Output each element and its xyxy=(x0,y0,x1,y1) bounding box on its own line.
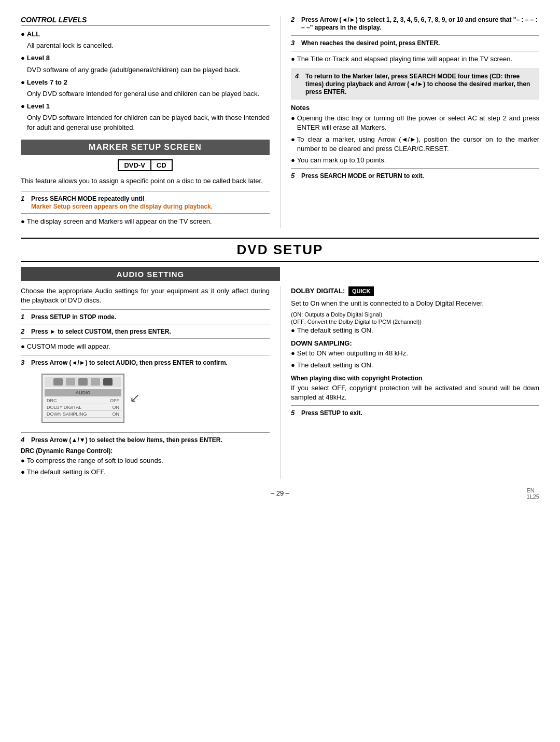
screen-row3: DOWN SAMPLING ON xyxy=(45,411,121,418)
copyright-section: When playing disc with copyright Protect… xyxy=(291,374,539,402)
audio-step4: 4 Press Arrow (▲/▼) to select the below … xyxy=(21,436,270,444)
divider9 xyxy=(21,355,270,355)
level1-label: Level 1 xyxy=(27,102,50,111)
levels7-text: Only DVD software intended for general u… xyxy=(21,89,270,99)
dvd-v-badge: DVD-V xyxy=(118,159,151,171)
audio-step2-bold: Press ► to select CUSTOM, then press ENT… xyxy=(31,328,171,335)
copyright-title: When playing disc with copyright Protect… xyxy=(291,375,422,382)
step3-content: When reaches the desired point, press EN… xyxy=(301,39,539,47)
audio-step3: 3 Press Arrow (◄/►) to select AUDIO, the… xyxy=(21,359,270,366)
top-section: CONTROL LEVELS ● ALL All parental lock i… xyxy=(21,16,539,228)
audio-step5-num: 5 xyxy=(291,409,298,417)
custom-bullet-text: CUSTOM mode will appear. xyxy=(27,342,270,351)
audio-step5-content: Press SETUP to exit. xyxy=(301,409,539,417)
icon1 xyxy=(53,378,63,386)
marker-setup-heading: MARKER SETUP SCREEN xyxy=(21,140,270,155)
control-levels-title: CONTROL LEVELS xyxy=(21,16,270,25)
copyright-text: If you select OFF, copyright protection … xyxy=(291,383,539,402)
screen-row2-label: DOLBY DIGITAL xyxy=(47,405,81,410)
step1-bold: Press SEARCH MODE repeatedly until xyxy=(31,195,144,202)
dolby-item2: (OFF: Convert the Dolby Digital to PCM (… xyxy=(291,319,539,325)
step4-num: 4 xyxy=(295,72,302,80)
dolby-section: DOLBY DIGITAL: QUICK xyxy=(291,286,539,296)
audio-desc: Choose the appropriate Audio settings fo… xyxy=(21,286,270,305)
step1-content: Press SEARCH MODE repeatedly until Marke… xyxy=(31,195,270,210)
divider5 xyxy=(291,168,539,169)
screen-row1-value: OFF xyxy=(110,398,119,403)
divider1 xyxy=(21,191,270,191)
bullet-icon: ● xyxy=(21,342,25,351)
divider6 xyxy=(21,309,270,310)
step1: 1 Press SEARCH MODE repeatedly until Mar… xyxy=(21,195,270,210)
step5-marker: 5 Press SEARCH MODE or RETURN to exit. xyxy=(291,172,539,180)
audio-step2-num: 2 xyxy=(21,327,28,335)
page-wrapper: CONTROL LEVELS ● ALL All parental lock i… xyxy=(21,16,539,497)
title-track-text: The Title or Track and elapsed playing t… xyxy=(297,54,539,64)
screen-row1-label: DRC xyxy=(47,398,57,403)
step4: 4 To return to the Marker later, press S… xyxy=(295,72,535,95)
dvd-setup-title: DVD SETUP xyxy=(21,238,539,262)
audio-step1: 1 Press SETUP in STOP mode. xyxy=(21,313,270,321)
bullet-icon: ● xyxy=(291,361,295,370)
audio-step5-bold: Press SETUP to exit. xyxy=(301,409,362,417)
icon4 xyxy=(91,378,100,386)
screen-area: AUDIO DRC OFF DOLBY DIGITAL ON DOWN SAMP… xyxy=(31,369,270,427)
bullet-icon: ● xyxy=(21,78,25,87)
screen-header: AUDIO xyxy=(45,389,121,396)
step3-num: 3 xyxy=(291,39,298,47)
bullet-icon: ● xyxy=(21,456,25,465)
divider3 xyxy=(291,35,539,36)
divider11 xyxy=(291,405,539,406)
level1-text: Only DVD software intended for children … xyxy=(21,113,270,132)
screen-row3-value: ON xyxy=(113,411,120,417)
step5-marker-num: 5 xyxy=(291,172,298,180)
audio-step3-num: 3 xyxy=(21,359,28,366)
dolby-title: DOLBY DIGITAL: xyxy=(291,287,345,295)
audio-step2-content: Press ► to select CUSTOM, then press ENT… xyxy=(31,327,270,335)
step4-content: To return to the Marker later, press SEA… xyxy=(305,72,535,95)
step5-marker-bold: Press SEARCH MODE or RETURN to exit. xyxy=(301,172,424,180)
bullet-icon: ● xyxy=(291,349,295,358)
audio-step3-content: Press Arrow (◄/►) to select AUDIO, then … xyxy=(31,359,270,366)
note2-text: To clear a marker, using Arrow (◄/►), po… xyxy=(297,135,539,154)
step2-content: Press Arrow (◄/►) to select 1, 2, 3, 4, … xyxy=(301,16,539,31)
levels7-item: ● Levels 7 to 2 xyxy=(21,78,270,87)
note1: ● Opening the disc tray or turning off t… xyxy=(291,114,539,132)
audio-step1-num: 1 xyxy=(21,313,28,321)
screen-inner: AUDIO DRC OFF DOLBY DIGITAL ON DOWN SAMP… xyxy=(43,375,123,422)
level8-item: ● Level 8 xyxy=(21,53,270,63)
step4-box: 4 To return to the Marker later, press S… xyxy=(291,68,539,100)
dolby-desc: Set to On when the unit is connected to … xyxy=(291,299,539,308)
bullet-icon: ● xyxy=(291,114,295,123)
bottom-columns: Choose the appropriate Audio settings fo… xyxy=(21,286,539,479)
drc-bullet1-text: To compress the range of soft to loud so… xyxy=(27,456,270,465)
ds-bullet1: ● Set to ON when outputting in 48 kHz. xyxy=(291,349,539,358)
audio-step4-num: 4 xyxy=(21,436,28,444)
divider7 xyxy=(21,324,270,324)
note1-text: Opening the disc tray or turning off the… xyxy=(297,114,539,132)
level-all-item: ● ALL xyxy=(21,30,270,39)
title-track-bullet: ● The Title or Track and elapsed playing… xyxy=(291,54,539,64)
down-sampling-title: DOWN SAMPLING: xyxy=(291,339,539,347)
divider10 xyxy=(21,432,270,433)
dolby-item1: (ON: Outputs a Dolby Digital Signal) xyxy=(291,311,539,318)
screen-image: AUDIO DRC OFF DOLBY DIGITAL ON DOWN SAMP… xyxy=(41,374,124,423)
icon5 xyxy=(103,378,113,386)
level8-text: DVD software of any grade (adult/general… xyxy=(21,65,270,75)
bullet-icon: ● xyxy=(291,54,295,64)
custom-bullet: ● CUSTOM mode will appear. xyxy=(21,342,270,351)
cd-badge: CD xyxy=(151,159,173,171)
bottom-right: DOLBY DIGITAL: QUICK Set to On when the … xyxy=(280,286,539,479)
screen-row3-label: DOWN SAMPLING xyxy=(47,411,87,417)
audio-step4-content: Press Arrow (▲/▼) to select the below it… xyxy=(31,436,270,444)
audio-step3-bold: Press Arrow (◄/►) to select AUDIO, then … xyxy=(31,359,228,366)
audio-step4-bold: Press Arrow (▲/▼) to select the below it… xyxy=(31,436,222,444)
level8-label: Level 8 xyxy=(27,53,50,63)
bullet-icon: ● xyxy=(21,53,25,63)
level-all-text: All parental lock is cancelled. xyxy=(21,41,270,50)
note2: ● To clear a marker, using Arrow (◄/►), … xyxy=(291,135,539,154)
step2: 2 Press Arrow (◄/►) to select 1, 2, 3, 4… xyxy=(291,16,539,31)
step4-bold: To return to the Marker later, press SEA… xyxy=(305,73,530,95)
audio-step5: 5 Press SETUP to exit. xyxy=(291,409,539,417)
quick-badge: QUICK xyxy=(348,286,374,296)
